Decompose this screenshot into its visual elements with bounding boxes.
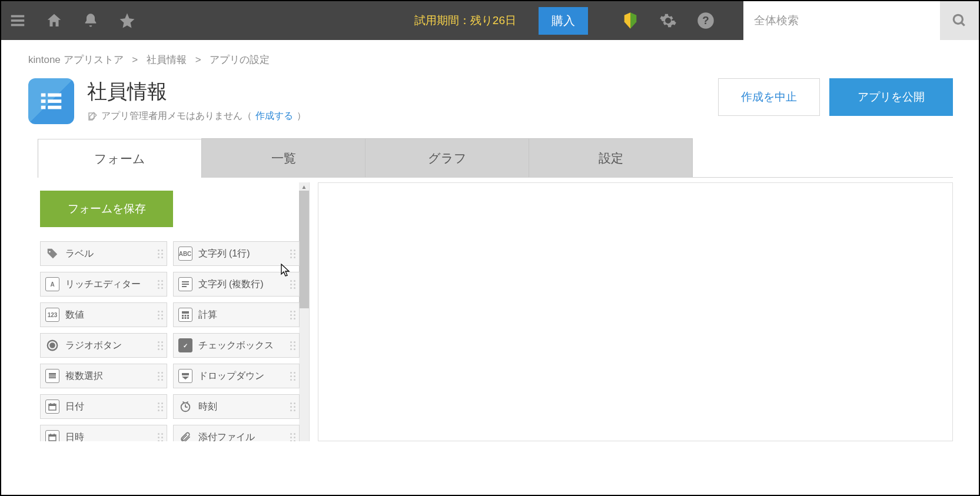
svg-rect-12 (48, 106, 61, 109)
field-attachment[interactable]: 添付ファイル (173, 425, 300, 441)
publish-button[interactable]: アプリを公開 (829, 78, 953, 116)
memo-text: アプリ管理者用メモはありません（ (101, 110, 252, 122)
scrollbar-track[interactable]: ▲ (299, 182, 309, 441)
breadcrumb-separator: > (195, 54, 201, 65)
svg-rect-26 (49, 375, 56, 377)
field-item-label: 計算 (198, 309, 217, 321)
field-multiselect[interactable]: 複数選択 (40, 364, 167, 388)
guide-icon[interactable] (620, 10, 641, 31)
tab-bar: フォーム 一覧 グラフ 設定 (38, 138, 953, 178)
menu-icon[interactable] (7, 10, 28, 31)
field-item-label: 日付 (65, 401, 84, 413)
svg-rect-8 (48, 94, 61, 97)
search-input[interactable] (743, 1, 940, 40)
field-label[interactable]: ラベル (40, 241, 167, 266)
drag-handle-icon (290, 249, 295, 258)
svg-rect-7 (41, 94, 46, 97)
svg-rect-10 (48, 99, 61, 103)
letter-a-icon: A (45, 277, 59, 291)
field-date[interactable]: 日付 (40, 394, 167, 419)
drag-handle-icon (158, 249, 163, 258)
dropdown-icon (178, 369, 192, 383)
drag-handle-icon (290, 372, 295, 381)
buy-button[interactable]: 購入 (539, 7, 588, 35)
page-title: 社員情報 (87, 78, 306, 105)
gear-icon[interactable] (657, 10, 679, 31)
svg-rect-16 (182, 311, 189, 314)
svg-point-5 (954, 15, 962, 24)
svg-text:?: ? (702, 14, 709, 26)
calendar-icon (45, 400, 59, 414)
form-canvas[interactable] (318, 182, 953, 441)
field-radio[interactable]: ラジオボタン (40, 333, 167, 358)
svg-rect-30 (49, 404, 56, 406)
svg-rect-27 (49, 377, 56, 378)
field-dropdown[interactable]: ドロップダウン (173, 364, 300, 388)
field-time[interactable]: 時刻 (173, 394, 300, 419)
radio-icon (45, 338, 59, 352)
svg-rect-39 (49, 435, 56, 437)
drag-handle-icon (290, 433, 295, 442)
breadcrumb-separator: > (132, 54, 138, 65)
svg-rect-9 (41, 99, 46, 103)
title-row: 社員情報 アプリ管理者用メモはありません（作成する） 作成を中止 アプリを公開 (1, 66, 979, 138)
scroll-up-arrow[interactable]: ▲ (299, 182, 309, 191)
drag-handle-icon (290, 280, 295, 289)
abc-icon: ABC (178, 247, 192, 261)
list-icon (45, 369, 59, 383)
svg-line-6 (961, 22, 964, 25)
tab-form[interactable]: フォーム (38, 139, 202, 178)
svg-rect-17 (182, 315, 184, 317)
breadcrumb-item[interactable]: kintone アプリストア (28, 54, 124, 65)
home-icon[interactable] (44, 10, 65, 31)
number-icon: 123 (45, 308, 59, 322)
lines-icon (178, 277, 192, 291)
field-datetime[interactable]: 日時 (40, 425, 167, 441)
field-text-single[interactable]: ABC 文字列 (1行) (173, 241, 300, 266)
breadcrumb: kintone アプリストア > 社員情報 > アプリの設定 (1, 40, 979, 66)
bell-icon[interactable] (80, 10, 101, 31)
scrollbar-thumb[interactable] (299, 191, 309, 308)
svg-rect-28 (182, 373, 189, 375)
field-text-multi[interactable]: 文字列 (複数行) (173, 272, 300, 297)
search-button[interactable] (940, 1, 979, 40)
memo-icon (87, 111, 98, 122)
admin-memo-line: アプリ管理者用メモはありません（作成する） (87, 110, 306, 122)
trial-status-text: 試用期間：残り26日 (414, 13, 516, 28)
field-item-label: 日時 (65, 431, 84, 442)
calendar-clock-icon (45, 430, 59, 441)
drag-handle-icon (158, 280, 163, 289)
field-richtext[interactable]: A リッチエディター (40, 272, 167, 297)
app-icon (28, 78, 74, 124)
drag-handle-icon (158, 311, 163, 319)
field-item-label: 文字列 (1行) (198, 248, 250, 260)
drag-handle-icon (290, 311, 295, 319)
svg-rect-25 (49, 373, 56, 375)
drag-handle-icon (290, 341, 295, 350)
field-palette: ▲ フォームを保存 ラベル ABC 文字列 (1行) A リッチエディター (27, 182, 310, 441)
save-form-button[interactable]: フォームを保存 (40, 191, 173, 227)
breadcrumb-item: アプリの設定 (210, 54, 270, 65)
field-item-label: ドロップダウン (198, 370, 264, 382)
tab-graph[interactable]: グラフ (365, 138, 529, 177)
field-number[interactable]: 123 数値 (40, 302, 167, 327)
field-checkbox[interactable]: ✓ チェックボックス (173, 333, 300, 358)
tab-list[interactable]: 一覧 (201, 138, 366, 177)
field-calc[interactable]: 計算 (173, 302, 300, 327)
cancel-button[interactable]: 作成を中止 (718, 78, 820, 116)
svg-line-36 (182, 402, 184, 403)
drag-handle-icon (290, 402, 295, 411)
svg-rect-19 (187, 315, 189, 317)
field-item-label: チェックボックス (198, 339, 274, 352)
memo-create-link[interactable]: 作成する (255, 110, 293, 122)
help-icon[interactable]: ? (695, 10, 716, 31)
svg-rect-11 (41, 106, 46, 109)
drag-handle-icon (158, 402, 163, 411)
tab-settings[interactable]: 設定 (529, 138, 693, 177)
memo-suffix: ） (297, 110, 306, 122)
svg-point-24 (50, 343, 54, 347)
breadcrumb-item[interactable]: 社員情報 (147, 54, 187, 65)
star-icon[interactable] (117, 10, 138, 31)
checkbox-icon: ✓ (178, 338, 192, 352)
field-item-label: リッチエディター (65, 278, 141, 291)
